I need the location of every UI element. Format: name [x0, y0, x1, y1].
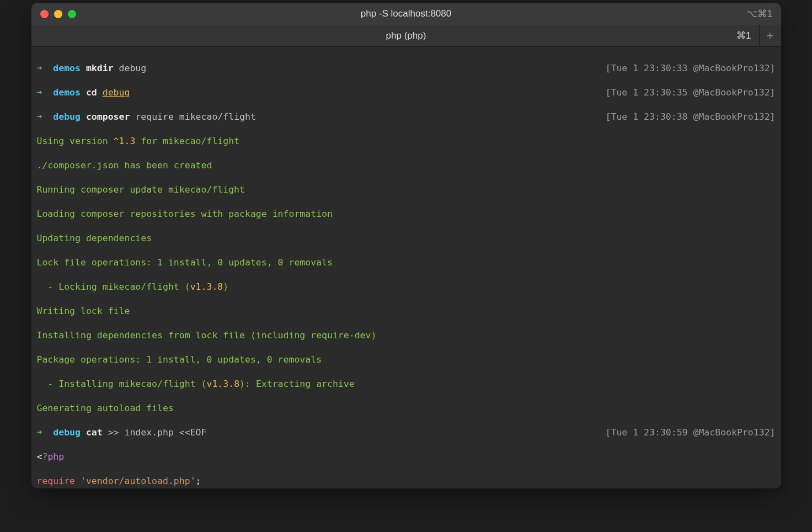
output-line: Installing dependencies from lock file (… [37, 329, 776, 342]
output-line: Generating autoload files [37, 402, 776, 414]
tabbar: php (php) ⌘1 + [31, 25, 781, 47]
code-token: ; [196, 476, 201, 486]
output-line: ): Extracting archive [239, 379, 355, 389]
prompt-timestamp: [Tue 1 23:30:59 @MacBookPro132] [606, 427, 776, 439]
code-keyword: require [37, 476, 76, 486]
window-title: php -S localhost:8080 [31, 8, 781, 20]
terminal-body[interactable]: ➜ demos mkdir debug[Tue 1 23:30:33 @MacB… [31, 47, 781, 488]
prompt-cwd: demos [53, 87, 81, 98]
output-line: ( [179, 281, 190, 292]
minimize-icon[interactable] [54, 10, 62, 18]
output-pkg: mikecao/flight [119, 379, 196, 389]
output-line: Writing lock file [37, 305, 776, 317]
prompt-timestamp: [Tue 1 23:30:33 @MacBookPro132] [606, 62, 776, 75]
prompt-cmd: cd [86, 87, 97, 98]
zoom-icon[interactable] [68, 10, 76, 18]
output-line: ( [196, 379, 207, 389]
output-version: v1.3.8 [190, 281, 223, 292]
pane-indicator: ⌥⌘1 [746, 8, 772, 20]
code-token: ? [42, 451, 47, 462]
prompt-cwd: demos [53, 63, 81, 73]
output-line: ./composer.json has been created [37, 159, 776, 172]
titlebar[interactable]: php -S localhost:8080 ⌥⌘1 [31, 3, 781, 25]
prompt-timestamp: [Tue 1 23:30:35 @MacBookPro132] [606, 87, 776, 99]
output-line: - Locking [37, 281, 103, 292]
tab-shortcut: ⌘1 [729, 30, 758, 42]
output-line: ) [223, 281, 228, 292]
output-line: - Installing [37, 379, 119, 389]
output-line: for mikecao/flight [135, 136, 239, 146]
output-line: Lock file operations: 1 install, 0 updat… [37, 257, 776, 269]
code-token: php [47, 451, 64, 462]
terminal-window: php -S localhost:8080 ⌥⌘1 php (php) ⌘1 +… [31, 3, 781, 488]
prompt-args: >> index.php <<EOF [108, 427, 207, 438]
prompt-cmd: composer [86, 111, 130, 122]
prompt-cmd: mkdir [86, 63, 114, 73]
output-version: ^1.3 [114, 136, 136, 146]
prompt-arg-dir: debug [103, 87, 130, 98]
output-pkg: mikecao/flight [103, 281, 179, 292]
prompt-cwd: debug [53, 111, 81, 122]
output-line: Updating dependencies [37, 232, 776, 244]
code-token: < [37, 451, 42, 462]
code-string: 'vendor/autoload.php' [75, 476, 196, 486]
prompt-cwd: debug [53, 427, 81, 438]
prompt-args: require mikecao/flight [135, 111, 256, 122]
prompt-timestamp: [Tue 1 23:30:38 @MacBookPro132] [606, 111, 776, 123]
output-line: Loading composer repositories with packa… [37, 208, 776, 220]
prompt-cmd: cat [86, 427, 103, 438]
output-line: Package operations: 1 install, 0 updates… [37, 354, 776, 366]
add-tab-button[interactable]: + [759, 25, 781, 46]
output-line: Using version [37, 136, 114, 146]
output-version: v1.3.8 [206, 379, 239, 389]
prompt-args: debug [119, 63, 147, 73]
output-line: Running composer update mikecao/flight [37, 184, 776, 196]
tab-title[interactable]: php (php) [31, 30, 781, 42]
traffic-lights [40, 10, 76, 18]
close-icon[interactable] [40, 10, 49, 18]
